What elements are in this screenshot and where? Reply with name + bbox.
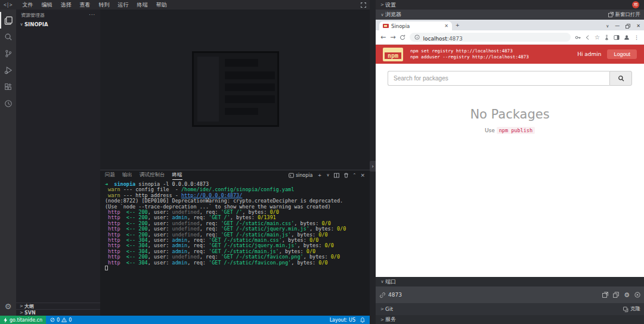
npm-logo: npm	[383, 48, 403, 61]
side-panel-icon[interactable]	[614, 35, 620, 40]
url-port: :4873	[447, 36, 463, 42]
ide-window: <|> 文件编辑选择查看转到运行终端帮助 ⚙	[0, 0, 370, 324]
panel-tab-调试控制台[interactable]: 调试控制台	[140, 170, 165, 180]
browser-dropdown-icon[interactable]: ∨	[606, 24, 609, 29]
menu-选择[interactable]: 选择	[56, 1, 75, 9]
menu-查看[interactable]: 查看	[75, 1, 94, 9]
extensions-icon[interactable]	[0, 79, 16, 95]
right-panel: > 设置 邓 ∨ 浏览器 新窗口打开 Sinopia ✕ ＋ ∨ — ✕	[376, 0, 644, 324]
share-icon[interactable]	[585, 35, 590, 40]
terminal-output[interactable]: ➜ sinopia sinopia -l 0.0.0.0:4873 warn -…	[100, 180, 370, 316]
warning-count: 0	[69, 317, 72, 323]
run-debug-icon[interactable]	[0, 62, 16, 79]
chevron-down-icon: ∨	[18, 22, 24, 27]
remote-host-label: go.titanide.cn	[10, 317, 42, 323]
clone-icon	[623, 307, 628, 312]
npm-registry-header: npm npm set registry http://localhost:48…	[376, 45, 644, 64]
forward-icon[interactable]: →	[390, 33, 395, 41]
browser-label: 浏览器	[385, 11, 401, 18]
menu-终端[interactable]: 终端	[132, 1, 151, 9]
new-tab-icon[interactable]: ＋	[452, 21, 463, 29]
browser-tab-sinopia[interactable]: Sinopia ✕	[379, 21, 452, 30]
ports-section-header[interactable]: ∨ 端口	[376, 277, 644, 286]
sidebar-title: 资源管理器	[21, 12, 45, 18]
outline-section[interactable]: > 大纲	[16, 303, 100, 309]
editor-area[interactable]	[100, 10, 370, 170]
settings-gear-icon[interactable]: ⚙	[0, 299, 16, 313]
bookmark-star-icon[interactable]: ☆	[595, 34, 600, 40]
site-info-icon[interactable]	[414, 35, 420, 40]
remote-indicator[interactable]: go.titanide.cn	[0, 316, 46, 324]
menu-bar: 文件编辑选择查看转到运行终端帮助	[18, 1, 171, 9]
open-in-browser-icon[interactable]	[602, 292, 608, 298]
svn-section[interactable]: > SVN	[16, 309, 100, 316]
logout-button[interactable]: Logout	[607, 49, 637, 59]
kill-terminal-trash-icon[interactable]	[343, 173, 349, 178]
panel-header: 问题输出调试控制台终端 sinopia ＋ ∨	[100, 170, 370, 180]
address-bar[interactable]: localhost:4873	[410, 33, 571, 42]
problems-indicator[interactable]: 0 0	[46, 317, 76, 323]
no-packages-title: No Packages	[376, 107, 644, 122]
explorer-icon[interactable]	[0, 12, 16, 29]
chevron-right-icon: >	[379, 2, 385, 7]
git-section-header[interactable]: > Git 克隆	[376, 303, 644, 315]
search-icon[interactable]	[0, 29, 16, 45]
split-terminal-icon[interactable]	[334, 173, 339, 178]
notifications-bell-icon[interactable]	[360, 317, 365, 323]
outline-label: 大纲	[24, 303, 34, 310]
menu-运行[interactable]: 运行	[113, 1, 132, 9]
profile-avatar-icon[interactable]	[624, 35, 630, 40]
app-logo-icon: <|>	[4, 2, 12, 8]
menu-编辑[interactable]: 编辑	[37, 1, 56, 9]
panel-tab-输出[interactable]: 输出	[122, 170, 132, 180]
split-divider[interactable]: ›	[370, 0, 376, 324]
panel-collapse-handle[interactable]: ›	[370, 161, 376, 172]
folder-row-sinopia[interactable]: ∨ SINOPIA	[16, 20, 100, 29]
close-window-icon[interactable]: ✕	[636, 23, 640, 29]
back-icon[interactable]: ←	[380, 33, 386, 41]
new-terminal-icon[interactable]: ＋	[317, 172, 322, 179]
more-actions-icon[interactable]: ···	[89, 13, 95, 18]
user-avatar[interactable]: 邓	[632, 1, 639, 8]
stop-forward-icon[interactable]	[634, 292, 640, 298]
search-input[interactable]	[388, 71, 609, 86]
menu-文件[interactable]: 文件	[18, 1, 37, 9]
settings-label: 设置	[385, 1, 396, 9]
status-bar: go.titanide.cn 0 0 Layout: US	[0, 316, 370, 324]
terminal-dropdown-icon[interactable]: ∨	[326, 173, 329, 177]
port-settings-gear-icon[interactable]: ⚙	[624, 292, 630, 298]
npm-set-registry-command: npm set registry http://localhost:4873	[410, 48, 529, 54]
terminal-process-selector[interactable]: sinopia	[289, 173, 313, 178]
maximize-panel-icon[interactable]: ⌃	[353, 173, 357, 177]
services-label: 服务	[385, 316, 396, 323]
port-row-4873[interactable]: 4873 ⚙	[376, 286, 644, 303]
panel-tab-终端[interactable]: 终端	[172, 170, 182, 180]
svn-label: SVN	[24, 310, 36, 316]
preview-split-icon[interactable]	[613, 292, 619, 298]
minimize-icon[interactable]: —	[615, 23, 620, 29]
keyboard-layout-label[interactable]: Layout: US	[330, 317, 355, 323]
close-panel-icon[interactable]: ×	[360, 172, 365, 178]
chevron-down-icon: ∨	[379, 279, 385, 284]
close-tab-icon[interactable]: ✕	[444, 23, 448, 29]
browser-menu-kebab-icon[interactable]: ⋮	[634, 35, 639, 40]
assistant-plugin-icon[interactable]	[0, 95, 16, 112]
password-key-icon[interactable]	[575, 35, 581, 40]
git-clone-button[interactable]: 克隆	[623, 306, 640, 313]
menu-帮助[interactable]: 帮助	[151, 1, 171, 9]
source-control-icon[interactable]	[0, 45, 16, 62]
chevron-right-icon: >	[379, 307, 385, 311]
panel-tab-问题[interactable]: 问题	[105, 170, 115, 180]
fullscreen-icon[interactable]	[361, 2, 366, 8]
npm-adduser-command: npm adduser --registry http://localhost:…	[410, 54, 529, 60]
extension-flask-icon[interactable]	[604, 35, 609, 40]
services-section-header[interactable]: > 服务	[376, 315, 644, 324]
browser-section-header[interactable]: ∨ 浏览器 新窗口打开	[376, 10, 644, 20]
reload-icon[interactable]	[400, 35, 405, 40]
clone-label: 克隆	[630, 306, 640, 313]
open-new-window-button[interactable]: 新窗口打开	[608, 11, 641, 18]
settings-section-header[interactable]: > 设置 邓	[376, 0, 644, 10]
menu-转到[interactable]: 转到	[94, 1, 113, 9]
search-button[interactable]	[609, 71, 632, 86]
restore-window-icon[interactable]	[626, 24, 630, 29]
